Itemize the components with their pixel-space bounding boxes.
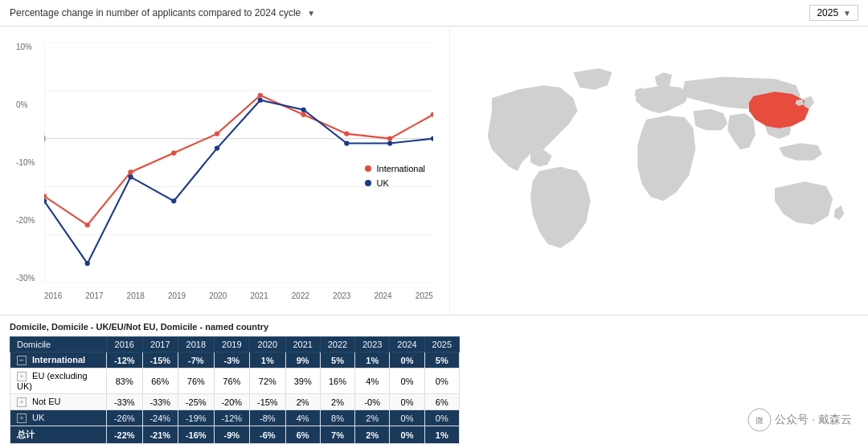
legend-uk-label: UK (376, 178, 388, 188)
svg-point-23 (258, 98, 263, 103)
table-row-noteu: + Not EU -33% -33% -25% -20% -15% 2% 2% … (10, 394, 460, 410)
header-2019: 2019 (214, 337, 250, 352)
y-label-neg10: -10% (16, 158, 35, 167)
cell-eu-2024: 0% (390, 369, 424, 394)
cell-noteu-2024: 0% (390, 394, 424, 410)
x-label-2025: 2025 (416, 291, 433, 300)
cell-international-2023: 1% (355, 352, 390, 369)
title-dropdown-arrow[interactable]: ▼ (307, 9, 315, 18)
svg-point-15 (344, 132, 349, 136)
table-row-total: 总计 -22% -21% -16% -9% -6% 6% 7% 2% 0% 1% (10, 426, 460, 444)
legend-international-label: International (376, 164, 425, 173)
x-label-2019: 2019 (168, 291, 186, 300)
x-label-2024: 2024 (374, 291, 391, 300)
cell-uk-2022: 8% (320, 410, 354, 426)
cell-uk-2025: 0% (424, 410, 459, 426)
line-chart-svg (44, 43, 433, 283)
year-value: 2025 (817, 7, 838, 18)
cell-total-2024: 0% (390, 426, 424, 444)
chart-title-dropdown[interactable]: Percentage change in number of applicant… (10, 7, 315, 18)
cell-noteu-2016: -33% (107, 394, 143, 410)
expand-icon-uk[interactable]: + (17, 413, 27, 423)
cell-eu-2020: 72% (250, 369, 286, 394)
cell-eu-2016: 83% (107, 369, 143, 394)
international-line (44, 96, 433, 225)
header-2018: 2018 (178, 337, 215, 352)
cell-eu-2018: 76% (178, 369, 215, 394)
x-label-2022: 2022 (292, 291, 309, 300)
svg-point-11 (171, 150, 176, 155)
cell-uk-label: + UK (10, 410, 107, 426)
x-label-2017: 2017 (85, 291, 103, 300)
legend-uk-dot (365, 180, 371, 186)
cell-total-2022: 7% (320, 426, 354, 444)
svg-point-27 (431, 136, 433, 141)
cell-total-2019: -9% (214, 426, 250, 444)
svg-point-16 (387, 136, 392, 141)
chart-legend: International UK (365, 164, 425, 188)
cell-uk-2020: -8% (250, 410, 286, 426)
data-table: Domicile 2016 2017 2018 2019 2020 2021 2… (10, 336, 460, 444)
cell-total-2018: -16% (178, 426, 215, 444)
cell-noteu-2018: -25% (178, 394, 215, 410)
legend-international: International (365, 164, 425, 173)
world-map-svg (466, 55, 852, 287)
cell-international-2020: 1% (250, 352, 286, 369)
table-header-row: Domicile 2016 2017 2018 2019 2020 2021 2… (10, 337, 460, 352)
cell-noteu-2025: 6% (424, 394, 459, 410)
header-2022: 2022 (320, 337, 354, 352)
x-axis-labels: 2016 2017 2018 2019 2020 2021 2022 2023 … (44, 291, 433, 300)
chart-title: Percentage change in number of applicant… (10, 7, 301, 18)
expand-icon-international[interactable]: − (17, 356, 27, 365)
watermark: 微 公众号 · 戴森云 (747, 408, 852, 432)
y-label-10: 10% (16, 43, 35, 51)
header-2025: 2025 (424, 337, 459, 352)
cell-noteu-2023: -0% (355, 394, 390, 410)
x-label-2023: 2023 (333, 291, 350, 300)
main-content: 10% 0% -10% -20% -30% (0, 26, 868, 316)
header-2023: 2023 (355, 337, 390, 352)
x-label-2018: 2018 (127, 291, 145, 300)
watermark-text: 公众号 · 戴森云 (775, 413, 852, 427)
cell-eu-2021: 39% (285, 369, 320, 394)
cell-eu-2025: 0% (424, 369, 459, 394)
svg-point-26 (387, 141, 392, 145)
cell-eu-label: + EU (excluding UK) (10, 369, 107, 394)
svg-point-24 (301, 108, 305, 112)
expand-icon-noteu[interactable]: + (17, 397, 27, 407)
cell-noteu-2020: -15% (250, 394, 286, 410)
svg-point-19 (85, 261, 90, 266)
cell-total-label: 总计 (10, 426, 107, 444)
header-2017: 2017 (142, 337, 178, 352)
watermark-icon: 微 (747, 408, 772, 432)
cell-international-2019: -3% (214, 352, 250, 369)
bottom-section: Domicile, Domicile - UK/EU/Not EU, Domic… (0, 316, 868, 448)
cell-total-2016: -22% (107, 426, 143, 444)
top-bar: Percentage change in number of applicant… (0, 0, 868, 26)
legend-international-dot (365, 165, 371, 172)
year-dropdown[interactable]: 2025 ▼ (809, 5, 858, 21)
svg-point-12 (215, 132, 219, 136)
header-2021: 2021 (285, 337, 320, 352)
svg-point-13 (258, 93, 263, 98)
x-label-2021: 2021 (250, 291, 268, 300)
cell-uk-2017: -24% (142, 410, 178, 426)
expand-icon-eu[interactable]: + (17, 372, 27, 381)
cell-international-2024: 0% (390, 352, 424, 369)
cell-international-2016: -12% (107, 352, 143, 369)
svg-point-10 (128, 169, 133, 174)
cell-eu-2019: 76% (214, 369, 250, 394)
cell-international-2025: 5% (424, 352, 459, 369)
cell-uk-2016: -26% (107, 410, 143, 426)
table-row-eu: + EU (excluding UK) 83% 66% 76% 76% 72% … (10, 369, 460, 394)
cell-total-2017: -21% (142, 426, 178, 444)
svg-point-21 (171, 198, 176, 203)
cell-noteu-2022: 2% (320, 394, 354, 410)
cell-total-2025: 1% (424, 426, 459, 444)
chart-area: 10% 0% -10% -20% -30% (0, 26, 450, 315)
cell-noteu-2017: -33% (142, 394, 178, 410)
header-2024: 2024 (390, 337, 424, 352)
cell-uk-2018: -19% (178, 410, 215, 426)
svg-point-22 (215, 145, 219, 150)
cell-international-2017: -15% (142, 352, 178, 369)
